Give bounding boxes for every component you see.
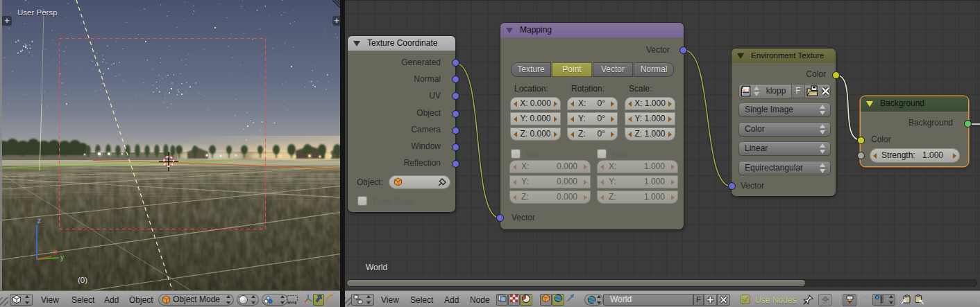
svg-text:x: x (53, 248, 57, 256)
svg-text:y: y (60, 254, 64, 261)
svg-text:z: z (37, 217, 41, 225)
